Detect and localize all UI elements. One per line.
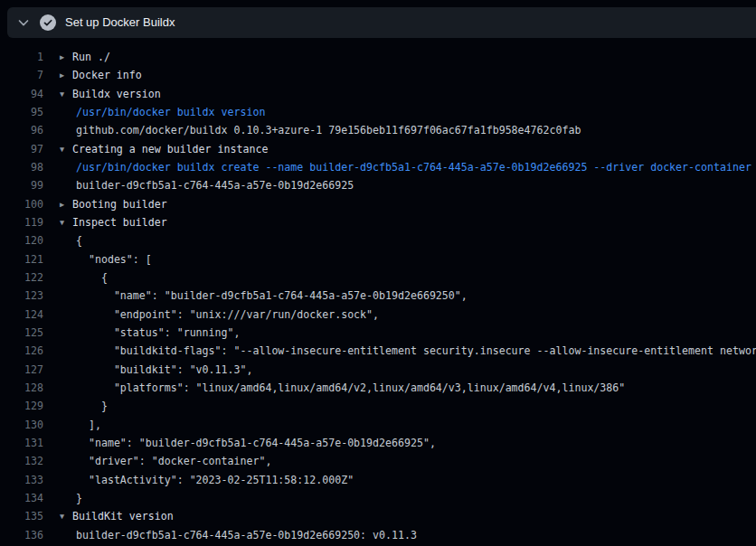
log-line: 120{	[0, 231, 756, 249]
line-number[interactable]: 131	[0, 437, 43, 449]
log-group-header[interactable]: ▼BuildKit version	[60, 510, 174, 522]
log-line-text: builder-d9cfb5a1-c764-445a-a57e-0b19d2e6…	[76, 529, 417, 541]
log-line-text: "nodes": [	[76, 253, 152, 266]
line-number[interactable]: 120	[0, 234, 43, 247]
line-number[interactable]: 134	[0, 492, 43, 504]
log-line-text: "name": "builder-d9cfb5a1-c764-445a-a57e…	[76, 437, 436, 449]
log-text: }	[60, 492, 82, 504]
log-group-header[interactable]: ▶Booting builder	[60, 198, 167, 211]
log-line-text: "name": "builder-d9cfb5a1-c764-445a-a57e…	[76, 289, 468, 302]
log-text: builder-d9cfb5a1-c764-445a-a57e-0b19d2e6…	[60, 179, 354, 192]
log-text: "name": "builder-d9cfb5a1-c764-445a-a57e…	[60, 437, 436, 449]
log-line-text: "status": "running",	[76, 326, 240, 339]
log-group-header[interactable]: ▶Run ./	[60, 51, 110, 63]
line-number[interactable]: 97	[0, 143, 43, 155]
log-text: /usr/bin/docker buildx create --name bui…	[60, 161, 751, 174]
log-line-text: Booting builder	[72, 198, 167, 211]
log-line-text: ],	[76, 419, 101, 431]
log-lines: 1▶Run ./7▶Docker info94▼Buildx version95…	[0, 48, 756, 544]
log-line: 129 }	[0, 397, 756, 415]
log-line: 124 "endpoint": "unix:///var/run/docker.…	[0, 306, 756, 324]
log-group-header[interactable]: ▶Docker info	[60, 69, 142, 81]
triangle-collapsed-icon[interactable]: ▶	[60, 52, 72, 61]
log-line: 134}	[0, 489, 756, 507]
log-group-header[interactable]: ▼Creating a new builder instance	[60, 143, 268, 155]
log-text: /usr/bin/docker buildx version	[60, 106, 265, 118]
log-line-text: "buildkitd-flags": "--allow-insecure-ent…	[76, 344, 756, 357]
triangle-collapsed-icon[interactable]: ▶	[60, 199, 72, 208]
triangle-expanded-icon[interactable]: ▼	[60, 218, 72, 227]
log-text: {	[60, 271, 108, 284]
log-text: "platforms": "linux/amd64,linux/amd64/v2…	[60, 381, 625, 394]
log-line-text: "endpoint": "unix:///var/run/docker.sock…	[76, 308, 379, 321]
triangle-expanded-icon[interactable]: ▼	[60, 144, 72, 153]
line-number[interactable]: 100	[0, 198, 43, 211]
line-number[interactable]: 132	[0, 455, 43, 467]
line-number[interactable]: 123	[0, 289, 43, 302]
log-text: "buildkit": "v0.11.3",	[60, 363, 252, 376]
line-number[interactable]: 124	[0, 308, 43, 321]
line-number[interactable]: 96	[0, 124, 43, 136]
line-number[interactable]: 136	[0, 529, 43, 541]
triangle-expanded-icon[interactable]: ▼	[60, 89, 72, 98]
line-number[interactable]: 1	[0, 51, 43, 63]
line-number[interactable]: 7	[0, 69, 43, 81]
log-line-text: }	[76, 492, 82, 504]
log-area: 1▶Run ./7▶Docker info94▼Buildx version95…	[0, 38, 756, 546]
status-check-circle-icon	[40, 14, 56, 31]
log-line: 133 "lastActivity": "2023-02-25T11:58:12…	[0, 471, 756, 489]
triangle-collapsed-icon[interactable]: ▶	[60, 71, 72, 80]
log-group-header[interactable]: ▼Buildx version	[60, 88, 161, 100]
log-text: "name": "builder-d9cfb5a1-c764-445a-a57e…	[60, 289, 468, 302]
log-line: 122 {	[0, 268, 756, 287]
log-line: 100▶Booting builder	[0, 195, 756, 213]
log-line-text: builder-d9cfb5a1-c764-445a-a57e-0b19d2e6…	[76, 179, 354, 192]
log-line-text: "platforms": "linux/amd64,linux/amd64/v2…	[76, 381, 625, 394]
log-line: 136builder-d9cfb5a1-c764-445a-a57e-0b19d…	[0, 526, 756, 544]
log-line-text: {	[76, 234, 82, 247]
log-line: 126 "buildkitd-flags": "--allow-insecure…	[0, 342, 756, 360]
log-line-text: }	[76, 400, 108, 412]
line-number[interactable]: 135	[0, 510, 43, 522]
log-group-header[interactable]: ▼Inspect builder	[60, 216, 167, 229]
log-line-text: "lastActivity": "2023-02-25T11:58:12.000…	[76, 474, 354, 486]
line-number[interactable]: 122	[0, 271, 43, 284]
line-number[interactable]: 129	[0, 400, 43, 412]
line-number[interactable]: 127	[0, 363, 43, 376]
line-number[interactable]: 99	[0, 179, 43, 192]
line-number[interactable]: 95	[0, 106, 43, 118]
log-text: "lastActivity": "2023-02-25T11:58:12.000…	[60, 474, 354, 486]
chevron-down-icon[interactable]	[16, 15, 31, 30]
triangle-expanded-icon[interactable]: ▼	[60, 512, 72, 521]
line-number[interactable]: 125	[0, 326, 43, 339]
log-text: ],	[60, 419, 101, 431]
log-line-text: {	[76, 271, 108, 284]
log-line: 1▶Run ./	[0, 48, 756, 66]
log-text: builder-d9cfb5a1-c764-445a-a57e-0b19d2e6…	[60, 529, 417, 541]
line-number[interactable]: 98	[0, 161, 43, 174]
log-line: 132 "driver": "docker-container",	[0, 452, 756, 470]
line-number[interactable]: 119	[0, 216, 43, 229]
log-line-text: github.com/docker/buildx 0.10.3+azure-1 …	[76, 124, 581, 136]
line-number[interactable]: 130	[0, 419, 43, 431]
log-text: {	[60, 234, 82, 247]
log-line-text: Run ./	[72, 51, 110, 63]
line-number[interactable]: 94	[0, 88, 43, 100]
log-line: 119▼Inspect builder	[0, 213, 756, 231]
line-number[interactable]: 133	[0, 474, 43, 486]
log-text: }	[60, 400, 108, 412]
log-line: 97▼Creating a new builder instance	[0, 140, 756, 158]
log-line-text: Docker info	[72, 69, 142, 81]
line-number[interactable]: 121	[0, 253, 43, 266]
step-header[interactable]: Set up Docker Buildx	[7, 7, 756, 38]
log-line: 125 "status": "running",	[0, 324, 756, 342]
log-line: 7▶Docker info	[0, 66, 756, 84]
log-line: 98/usr/bin/docker buildx create --name b…	[0, 158, 756, 176]
line-number[interactable]: 128	[0, 381, 43, 394]
log-line: 99builder-d9cfb5a1-c764-445a-a57e-0b19d2…	[0, 176, 756, 194]
log-line-text: /usr/bin/docker buildx version	[76, 106, 265, 118]
log-line: 128 "platforms": "linux/amd64,linux/amd6…	[0, 379, 756, 397]
line-number[interactable]: 126	[0, 344, 43, 357]
log-text: "nodes": [	[60, 253, 152, 266]
log-line-text: "driver": "docker-container",	[76, 455, 271, 467]
